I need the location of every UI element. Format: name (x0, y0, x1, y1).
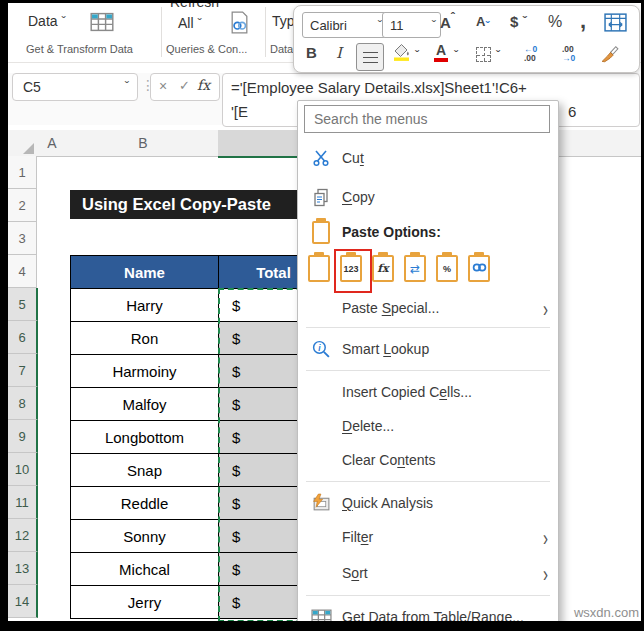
row-header-6[interactable]: 6 (8, 321, 38, 354)
menu-item-label: Paste Options: (342, 224, 441, 240)
format-painter-icon[interactable] (600, 43, 620, 63)
menu-item-filter[interactable]: Filter› (298, 519, 558, 555)
frame-bottom (0, 621, 644, 631)
chevron-down-icon: ˇ (61, 14, 65, 29)
increase-decimal-button[interactable]: .00→0 (562, 45, 575, 63)
increase-font-size-button[interactable]: Aˆ (440, 14, 455, 31)
align-lines-icon (363, 52, 378, 63)
bold-button[interactable]: B (306, 44, 317, 61)
row-header-10[interactable]: 10 (8, 453, 38, 486)
cell-name-reddle[interactable]: Reddle (70, 486, 219, 520)
row-header-9[interactable]: 9 (8, 420, 38, 453)
row-header-5[interactable]: 5 (8, 288, 38, 321)
fill-color-button[interactable] (392, 43, 412, 62)
refresh-all-button[interactable]: All ˇ (178, 15, 202, 31)
paste-link-icon[interactable] (468, 255, 490, 282)
paste-values-button[interactable]: 123 (340, 255, 362, 282)
menu-separator (306, 327, 550, 328)
font-size-select[interactable]: 11ˇ (382, 12, 441, 38)
row-header-8[interactable]: 8 (8, 387, 38, 420)
font-color-button[interactable]: A (434, 44, 448, 62)
cell-name-snap[interactable]: Snap (70, 453, 219, 487)
table-header-name[interactable]: Name (70, 255, 219, 289)
paste-values-icon[interactable]: 123 (340, 255, 362, 282)
row-header-11[interactable]: 11 (8, 486, 38, 519)
paste-formatting-icon[interactable]: % (436, 255, 458, 282)
cancel-icon[interactable]: × (159, 78, 167, 94)
refresh-all-button-top[interactable]: Refresh (170, 3, 230, 11)
cell-name-ron[interactable]: Ron (70, 321, 219, 355)
name-box[interactable]: C5 ˇ (12, 73, 138, 101)
table-icon[interactable] (90, 12, 114, 36)
frame-left (0, 0, 8, 631)
menu-item-insert-copied-cells[interactable]: Insert Copied Cells... (298, 375, 558, 409)
paste-formulas-icon[interactable]: fx (372, 255, 394, 282)
get-data-button[interactable]: Data ˇ (28, 13, 66, 29)
menu-item-cut[interactable]: Cut (298, 139, 558, 177)
column-header-strip[interactable] (602, 130, 641, 157)
menu-item-clear-contents[interactable]: Clear Contents (298, 443, 558, 477)
paste-icon[interactable] (308, 255, 330, 282)
clipboard-icon[interactable] (312, 221, 330, 244)
menu-item-smart-lookup[interactable]: iSmart Lookup (298, 332, 558, 366)
row-header-12[interactable]: 12 (8, 519, 38, 552)
menu-item-copy[interactable]: Copy (298, 177, 558, 217)
data-types-button[interactable]: Typ (272, 13, 295, 29)
row-header-14[interactable]: 14 (8, 585, 38, 618)
align-center-button[interactable] (356, 43, 384, 71)
menu-item-quick-analysis[interactable]: Quick Analysis (298, 486, 558, 519)
formula-buttons: × ✓ fx (150, 73, 220, 101)
paste-button[interactable] (308, 255, 330, 282)
percent-style-button[interactable]: % (548, 13, 562, 31)
enter-icon[interactable]: ✓ (179, 78, 190, 93)
cell-name-harry[interactable]: Harry (70, 288, 219, 322)
paste-transpose-button[interactable]: ⇄ (404, 255, 426, 282)
column-header-b[interactable]: B (68, 130, 219, 157)
cell-name-harmoiny[interactable]: Harmoiny (70, 354, 219, 388)
cell-name-jerry[interactable]: Jerry (70, 585, 219, 619)
scissors-icon (306, 149, 336, 167)
borders-button[interactable] (476, 47, 491, 62)
column-header-a[interactable]: A (36, 130, 69, 157)
chevron-down-icon[interactable]: ˇ (415, 48, 419, 63)
comma-style-button[interactable]: , (580, 8, 586, 34)
font-name-select[interactable]: Calibriˇ (302, 12, 387, 38)
row-header-4[interactable]: 4 (8, 255, 37, 288)
decrease-decimal-button[interactable]: ←0.00 (524, 45, 537, 63)
chevron-down-icon[interactable]: ˇ (496, 48, 500, 63)
decrease-font-size-button[interactable]: Aˇ (476, 14, 489, 29)
submenu-chevron-icon: › (543, 295, 548, 321)
select-all-corner[interactable] (8, 130, 37, 157)
paste-formatting-button[interactable]: % (436, 255, 458, 282)
svg-text:i: i (318, 343, 321, 353)
italic-button[interactable]: I (336, 44, 342, 62)
chevron-down-icon[interactable]: ˇ (454, 48, 458, 63)
cell-name-michcal[interactable]: Michcal (70, 552, 219, 586)
menu-separator (306, 370, 550, 371)
formula-line-2-left: '[E (231, 103, 248, 120)
row-header-1[interactable]: 1 (8, 156, 37, 189)
ribbon-group-label: Queries & Con... (166, 43, 247, 55)
paste-options-row: 123fx⇄% (298, 247, 558, 293)
paste-link-button[interactable] (468, 255, 490, 282)
ribbon-group-label: Data (270, 43, 293, 55)
frame-top (0, 0, 644, 3)
row-header-7[interactable]: 7 (8, 354, 38, 387)
queries-connections-icon[interactable] (229, 11, 250, 38)
cell-name-sonny[interactable]: Sonny (70, 519, 219, 553)
menu-item-delete[interactable]: Delete... (298, 409, 558, 443)
paste-transpose-icon[interactable]: ⇄ (404, 255, 426, 282)
fx-icon[interactable]: fx (197, 77, 210, 93)
column-width-icon[interactable] (604, 13, 627, 32)
menu-item-paste-special[interactable]: Paste Special...› (298, 293, 558, 323)
search-input[interactable] (304, 105, 550, 133)
accounting-format-button[interactable]: $ ˇ (510, 13, 527, 30)
cell-name-longbottom[interactable]: Longbottom (70, 420, 219, 454)
row-header-2[interactable]: 2 (8, 189, 37, 222)
cell-name-malfoy[interactable]: Malfoy (70, 387, 219, 421)
smart-lookup-icon: i (306, 339, 336, 359)
menu-item-sort[interactable]: Sort› (298, 555, 558, 591)
row-header-3[interactable]: 3 (8, 222, 37, 255)
row-header-13[interactable]: 13 (8, 552, 38, 585)
paste-formulas-button[interactable]: fx (372, 255, 394, 282)
